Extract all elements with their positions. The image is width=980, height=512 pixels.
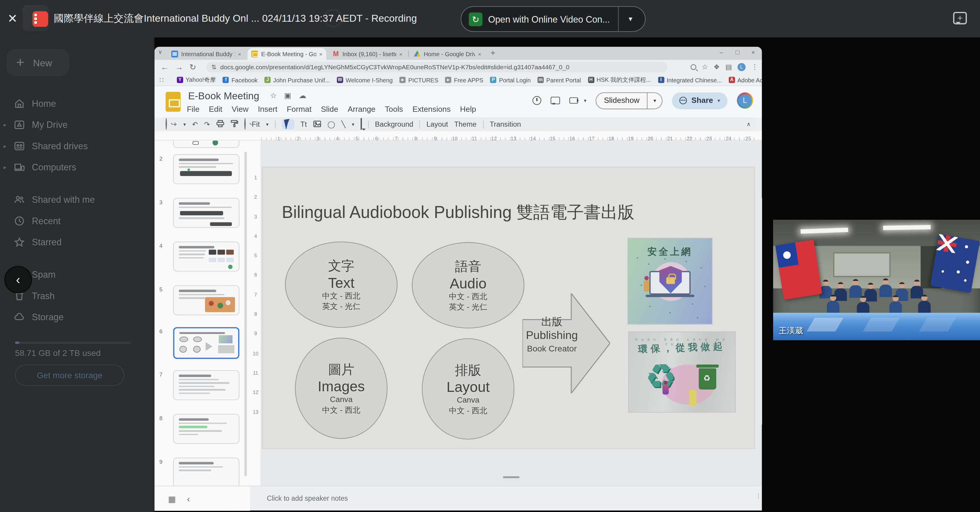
sidebar-item-computers[interactable]: ▸ Computers xyxy=(0,158,150,177)
sidebar-item-shared-drives[interactable]: ▸ Shared drives xyxy=(0,137,150,155)
expand-icon[interactable]: ▸ xyxy=(0,164,10,170)
add-comment-icon[interactable]: + xyxy=(953,12,967,24)
hide-menus-icon[interactable]: ∧ xyxy=(747,121,751,127)
menu-item[interactable]: Slide xyxy=(321,105,338,114)
forward-icon[interactable]: → xyxy=(175,62,183,72)
textbox-tool-icon[interactable]: Tt xyxy=(301,120,307,128)
bookmark-item[interactable]: ▸PICTURES xyxy=(399,76,438,83)
search-menus-icon[interactable] xyxy=(165,119,167,130)
scrollbar-dots-icon[interactable]: ⁞ xyxy=(757,492,759,500)
filmstrip-scrollbar[interactable] xyxy=(244,152,247,476)
account-avatar[interactable]: L xyxy=(737,92,753,109)
tab-inbox[interactable]: M Inbox (9,160) - lisette.tsai@gm... × xyxy=(329,48,406,60)
menu-item[interactable]: Insert xyxy=(258,105,277,114)
share-caret-icon[interactable]: ▾ xyxy=(718,98,720,103)
tab-search-icon[interactable]: ∨ xyxy=(158,49,162,55)
bookmark-item[interactable]: PPortal Login xyxy=(490,76,531,83)
bookmark-item[interactable]: AAdobe Acrobat xyxy=(729,76,762,83)
document-title[interactable]: E-Book Meeting xyxy=(188,90,259,102)
speaker-notes-placeholder[interactable]: Click to add speaker notes xyxy=(267,495,348,502)
meet-camera-icon[interactable] xyxy=(570,98,578,104)
background-button[interactable]: Background xyxy=(375,120,413,128)
insert-image-icon[interactable] xyxy=(313,119,321,130)
recycling-image[interactable]: huán bǎo cóng wǒ zuò qǐ 環保，從我做起 ♻ xyxy=(629,332,735,412)
sidebar-item-my-drive[interactable]: ▸ My Drive xyxy=(0,116,150,134)
slide-thumbnail-6-selected[interactable] xyxy=(173,327,240,359)
maximize-icon[interactable]: □ xyxy=(736,49,740,55)
collapse-sidebar-button[interactable]: ‹ xyxy=(5,266,31,293)
menu-item[interactable]: View xyxy=(232,105,248,114)
side-panel-icon[interactable]: ▤ xyxy=(725,63,732,71)
menu-item[interactable]: File xyxy=(187,105,199,114)
circle-images[interactable]: 圖片 Images Canva 中文 - 西北 xyxy=(295,338,388,439)
slide-thumbnail-4[interactable] xyxy=(173,242,240,272)
select-tool-active[interactable] xyxy=(282,119,294,129)
slide-filmstrip[interactable]: 2 3 4 xyxy=(154,140,250,485)
slide-thumbnail-8[interactable] xyxy=(173,414,240,444)
sidebar-item-storage[interactable]: Storage xyxy=(0,308,150,327)
menu-item[interactable]: Help xyxy=(460,105,476,114)
undo-icon[interactable]: ↶ xyxy=(192,120,198,128)
slide-thumbnail-1[interactable] xyxy=(173,140,240,148)
get-more-storage-button[interactable]: Get more storage xyxy=(15,365,124,386)
insert-shape-icon[interactable]: ◯ xyxy=(328,120,335,128)
bookmark-item[interactable]: ▸Free APPS xyxy=(445,76,484,83)
bookmark-star-icon[interactable]: ☆ xyxy=(702,63,708,71)
menu-item[interactable]: Extensions xyxy=(412,105,450,114)
version-history-icon[interactable] xyxy=(533,96,541,105)
open-with-button[interactable]: ↻ Open with Online Video Con... ▼ xyxy=(461,6,645,32)
bookmark-item[interactable]: HHSK 我的文伴課程... xyxy=(588,76,651,84)
circle-layout[interactable]: 排版 Layout Canva 中文 - 西北 xyxy=(422,338,514,439)
bookmark-item[interactable]: YYahoo!奇摩 xyxy=(177,76,216,84)
sidebar-item-recent[interactable]: Recent xyxy=(0,212,150,230)
browser-menu-icon[interactable]: ⋮ xyxy=(751,63,758,71)
slide-canvas[interactable]: Bilingual Audiobook Publishing 雙語電子書出版 文… xyxy=(261,140,762,485)
slides-app-icon[interactable] xyxy=(165,92,180,112)
circle-audio[interactable]: 語音 Audio 中文 - 西北 英文 - 光仁 xyxy=(412,243,525,328)
slide-thumbnail-5[interactable] xyxy=(173,285,240,315)
circle-text[interactable]: 文字 Text 中文 - 西北 英文 - 光仁 xyxy=(285,242,398,328)
tab-close-icon[interactable]: × xyxy=(238,51,241,57)
safe-internet-image[interactable]: 安全上網 xyxy=(628,238,712,324)
paint-format-icon[interactable] xyxy=(231,119,238,130)
new-button[interactable]: + New xyxy=(6,49,69,76)
browser-profile-avatar[interactable]: L xyxy=(737,63,745,71)
share-button[interactable]: Share ▾ xyxy=(672,92,727,109)
print-icon[interactable] xyxy=(216,119,224,130)
open-with-caret-icon[interactable]: ▼ xyxy=(619,16,636,22)
reload-icon[interactable]: ↻ xyxy=(189,62,196,72)
slide-thumbnail-9[interactable] xyxy=(173,458,240,485)
menu-item[interactable]: Tools xyxy=(385,105,403,114)
redo-icon[interactable]: ↷ xyxy=(204,120,210,128)
bookmark-item[interactable]: WWelcome I-Sheng xyxy=(337,76,393,83)
extensions-icon[interactable]: ❖ xyxy=(714,63,720,71)
expand-icon[interactable]: ▸ xyxy=(0,143,10,149)
video-player-area[interactable]: ∨ International Buddy 1st Meet P... × E-… xyxy=(154,38,980,512)
bookmark-item[interactable]: JJohn Purchase Unif... xyxy=(264,76,330,83)
slide-title[interactable]: Bilingual Audiobook Publishing 雙語電子書出版 xyxy=(282,201,635,224)
fit-select[interactable]: Fit xyxy=(252,120,260,128)
slide-thumbnail-2[interactable] xyxy=(173,154,240,184)
add-slide-caret-icon[interactable]: ▾ xyxy=(183,121,186,127)
menu-item[interactable]: Arrange xyxy=(348,105,375,114)
tab-close-icon[interactable]: × xyxy=(399,51,402,57)
zoom-icon[interactable] xyxy=(690,64,696,70)
tab-google-drive[interactable]: Home - Google Drive × xyxy=(410,48,485,60)
camera-caret-icon[interactable]: ▾ xyxy=(584,98,586,103)
speaker-notes-bar[interactable]: ▦ ‹ Click to add speaker notes ⁞ xyxy=(154,485,762,510)
move-document-icon[interactable]: ▣ xyxy=(284,91,299,100)
apps-grid-icon[interactable]: ∷ xyxy=(159,76,163,84)
star-document-icon[interactable]: ☆ xyxy=(270,91,284,100)
sidebar-item-starred[interactable]: Starred xyxy=(0,233,150,252)
sidebar-item-home[interactable]: Home xyxy=(0,94,150,113)
comments-icon[interactable] xyxy=(551,97,560,104)
slideshow-button[interactable]: Slideshow ▾ xyxy=(596,92,663,109)
bookmark-item[interactable]: IIntegrated Chinese... xyxy=(658,76,722,83)
menu-item[interactable]: Format xyxy=(287,105,311,114)
back-icon[interactable]: ← xyxy=(161,62,169,72)
url-bar[interactable]: ⇅ docs.google.com/presentation/d/1egLYNe… xyxy=(206,62,667,73)
window-close-icon[interactable]: × xyxy=(751,49,755,55)
line-caret-icon[interactable]: ▾ xyxy=(352,121,354,127)
close-preview-icon[interactable]: ✕ xyxy=(8,11,17,25)
insert-comment-icon[interactable] xyxy=(361,119,362,130)
